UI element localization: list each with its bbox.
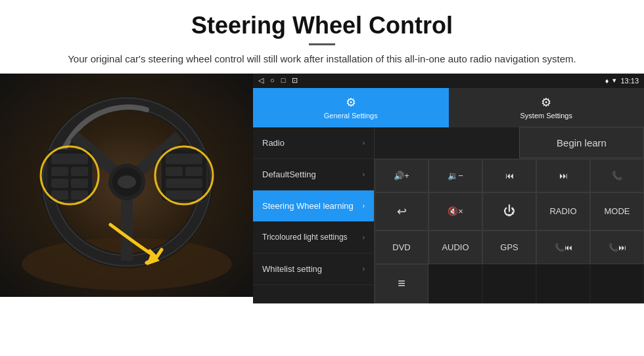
menu-radio-label: Radio: [262, 138, 285, 148]
right-panel: Begin learn 🔊+ 🔉− ⏮: [375, 127, 644, 303]
chevron-icon: ›: [363, 139, 365, 146]
menu-whitelist-label: Whitelist setting: [262, 264, 322, 274]
tel-next-icon: 📞⏭: [609, 243, 626, 252]
mute-icon: 🔇×: [448, 206, 463, 216]
dvd-button[interactable]: DVD: [375, 231, 428, 264]
menu-item-radio[interactable]: Radio ›: [253, 127, 374, 159]
tel-prev-icon: 📞⏮: [555, 243, 572, 252]
menu-item-whitelist[interactable]: Whitelist setting ›: [253, 254, 374, 285]
nav-buttons: ◁ ○ □ ⊡: [258, 76, 298, 85]
status-indicators: ♦ ▾ 13:13: [605, 76, 639, 85]
car-background: [0, 74, 253, 297]
svg-rect-14: [51, 179, 68, 188]
vol-down-icon: 🔉−: [448, 171, 463, 181]
mute-button[interactable]: 🔇×: [428, 192, 482, 231]
prev-track-button[interactable]: ⏮: [482, 159, 536, 192]
begin-learn-button[interactable]: Begin learn: [519, 127, 644, 158]
nav-cast-icon[interactable]: ⊡: [292, 76, 298, 85]
power-button[interactable]: ⏻: [482, 192, 536, 231]
chevron-icon: ›: [363, 234, 365, 241]
android-panel: ◁ ○ □ ⊡ ♦ ▾ 13:13 ⚙ General Settings: [253, 74, 644, 303]
svg-rect-16: [51, 190, 68, 200]
left-menu: Radio › DefaultSetting › Steering Wheel …: [253, 127, 375, 303]
nav-recent-icon[interactable]: □: [281, 76, 286, 85]
svg-rect-21: [185, 167, 202, 176]
vol-down-button[interactable]: 🔉−: [428, 159, 482, 192]
empty-cell-2: [428, 264, 482, 303]
nav-back-icon[interactable]: ◁: [258, 76, 264, 85]
radio-btn-button[interactable]: RADIO: [536, 192, 590, 231]
power-icon: ⏻: [503, 204, 515, 218]
tel-prev-button[interactable]: 📞⏮: [536, 231, 590, 264]
time-display: 13:13: [620, 77, 639, 85]
chevron-icon: ›: [363, 265, 365, 273]
gps-button[interactable]: GPS: [482, 231, 536, 264]
audio-button[interactable]: AUDIO: [428, 231, 482, 264]
next-track-button[interactable]: ⏭: [536, 159, 590, 192]
chevron-icon: ›: [363, 202, 365, 210]
svg-rect-15: [71, 179, 88, 188]
answer-icon: ↩: [397, 204, 407, 219]
menu-item-tricoloured[interactable]: Tricoloured light settings ›: [253, 222, 374, 254]
phone-icon: 📞: [612, 171, 622, 181]
system-settings-icon: ⚙: [541, 95, 551, 110]
tab-general[interactable]: ⚙ General Settings: [253, 88, 449, 127]
tel-next-button[interactable]: 📞⏭: [590, 231, 644, 264]
menu-default-label: DefaultSetting: [262, 169, 316, 179]
vol-up-button[interactable]: 🔊+: [375, 159, 428, 192]
playlist-button[interactable]: ≡: [375, 264, 428, 303]
empty-cell-3: [482, 264, 536, 303]
empty-cell-5: [590, 264, 644, 303]
playlist-icon: ≡: [398, 276, 405, 291]
menu-item-steering[interactable]: Steering Wheel learning ›: [253, 190, 374, 222]
next-track-icon: ⏭: [559, 171, 568, 181]
status-bar: ◁ ○ □ ⊡ ♦ ▾ 13:13: [253, 74, 644, 88]
vol-up-icon: 🔊+: [394, 171, 409, 181]
svg-rect-13: [71, 167, 88, 176]
svg-rect-22: [166, 179, 202, 188]
nav-home-icon[interactable]: ○: [270, 76, 275, 85]
title-divider: [309, 43, 335, 45]
tab-system[interactable]: ⚙ System Settings: [449, 88, 645, 127]
top-section: Steering Wheel Control Your original car…: [0, 0, 644, 74]
content-row: ◁ ○ □ ⊡ ♦ ▾ 13:13 ⚙ General Settings: [0, 74, 644, 303]
svg-point-9: [118, 175, 136, 189]
tab-bar: ⚙ General Settings ⚙ System Settings: [253, 88, 644, 127]
signal-icon: ♦: [605, 77, 609, 85]
steering-wheel-svg: [15, 80, 239, 290]
tab-general-label: General Settings: [324, 112, 378, 120]
prev-track-icon: ⏮: [505, 171, 514, 181]
subtitle: Your original car's steering wheel contr…: [39, 52, 605, 67]
audio-label: AUDIO: [442, 242, 469, 252]
main-content: Radio › DefaultSetting › Steering Wheel …: [253, 127, 644, 303]
mode-label: MODE: [605, 206, 630, 216]
page-title: Steering Wheel Control: [39, 12, 605, 39]
wifi-icon: ▾: [612, 76, 616, 85]
empty-area: [375, 127, 519, 158]
dvd-label: DVD: [392, 242, 410, 252]
general-settings-icon: ⚙: [346, 95, 356, 110]
answer-button[interactable]: ↩: [375, 192, 428, 231]
svg-rect-23: [166, 190, 202, 200]
menu-steering-label: Steering Wheel learning: [262, 201, 354, 211]
car-image-section: [0, 74, 253, 297]
radio-btn-label: RADIO: [549, 206, 576, 216]
mode-button[interactable]: MODE: [590, 192, 644, 231]
button-grid: 🔊+ 🔉− ⏮ ⏭ 📞: [375, 159, 644, 303]
gps-label: GPS: [500, 242, 518, 252]
right-top-row: Begin learn: [375, 127, 644, 159]
svg-rect-20: [166, 167, 183, 176]
chevron-icon: ›: [363, 171, 365, 178]
tab-system-label: System Settings: [520, 112, 572, 120]
page-wrapper: Steering Wheel Control Your original car…: [0, 0, 644, 303]
svg-rect-12: [51, 167, 68, 176]
phone-button[interactable]: 📞: [590, 159, 644, 192]
menu-tricoloured-label: Tricoloured light settings: [262, 233, 348, 242]
svg-rect-11: [51, 154, 88, 164]
empty-cell-4: [536, 264, 590, 303]
svg-rect-19: [166, 154, 202, 164]
menu-item-default[interactable]: DefaultSetting ›: [253, 159, 374, 190]
svg-rect-17: [71, 190, 88, 200]
